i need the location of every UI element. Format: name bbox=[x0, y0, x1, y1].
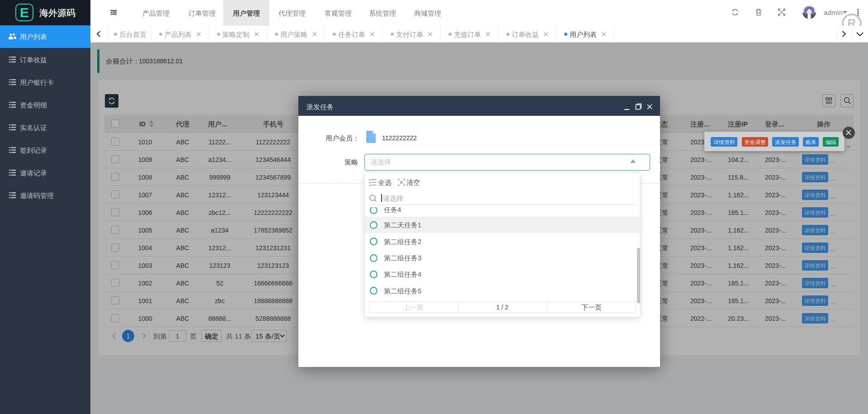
svg-text:R: R bbox=[848, 16, 856, 26]
